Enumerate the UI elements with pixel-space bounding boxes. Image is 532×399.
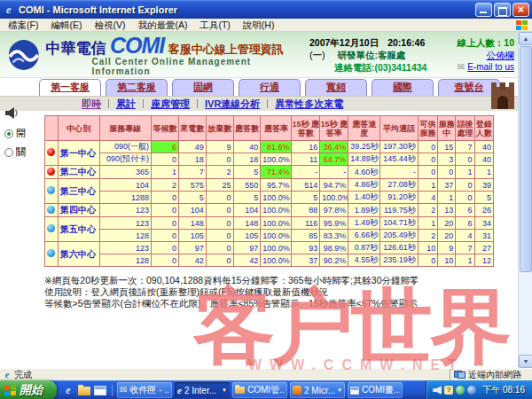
subnav-link[interactable]: 即時 <box>74 98 108 111</box>
nav-tab[interactable]: 第二客服 <box>106 79 168 96</box>
stat-cell: 11 <box>292 153 320 166</box>
date-text: 2007年12月10日 <box>309 36 379 49</box>
stat-cell: 4.60秒 <box>348 166 380 179</box>
stat-cell: 2 <box>152 179 179 192</box>
scrollbar-thumb[interactable] <box>520 46 532 272</box>
stat-cell: 40 <box>474 141 493 153</box>
stat-cell: 1 <box>152 166 179 179</box>
stat-cell: 0 <box>206 230 233 242</box>
close-button[interactable]: × <box>512 3 529 17</box>
vertical-scrollbar[interactable]: ▲ ▼ <box>518 32 532 368</box>
start-button[interactable]: 開始 <box>0 380 57 399</box>
stat-cell: 9 <box>438 242 456 254</box>
scroll-down-arrow-icon[interactable]: ▼ <box>519 355 532 368</box>
sound-off-option[interactable]: 關 <box>4 145 40 159</box>
taskbar-button[interactable]: e2 Inter...▼ <box>175 382 230 398</box>
nav-tab[interactable]: 寬頻 <box>305 79 367 96</box>
menu-item[interactable]: 檔案(F) <box>2 19 44 32</box>
volume-icon[interactable] <box>433 386 442 395</box>
col-header <box>45 116 59 141</box>
stat-cell: 13 <box>438 204 456 217</box>
nav-tab[interactable]: 固網 <box>172 79 234 96</box>
radio-off-icon[interactable] <box>4 148 13 157</box>
stat-cell: 0 <box>206 254 233 267</box>
menu-item[interactable]: 說明(H) <box>237 19 281 32</box>
stat-cell: 4 <box>418 192 437 204</box>
col-header: 等候數 <box>152 116 179 141</box>
stat-cell: 12 <box>474 254 493 267</box>
folder-quicklaunch-icon[interactable] <box>78 387 90 395</box>
taskbar-button[interactable]: COMI畫... <box>348 382 403 398</box>
stat-cell: 5 <box>474 192 493 204</box>
menu-item[interactable]: 檢視(V) <box>88 19 131 32</box>
status-dot-red-icon <box>47 168 55 176</box>
stat-cell: 0 <box>206 204 233 217</box>
stat-cell: 1 <box>438 192 456 204</box>
stat-cell: - <box>292 166 320 179</box>
nav-tab[interactable]: 行通 <box>239 79 301 96</box>
subnav-link[interactable]: IVR連線分析 <box>198 98 267 111</box>
stat-cell: 37 <box>292 254 320 267</box>
stat-cell: 6 <box>456 204 474 217</box>
window-titlebar[interactable]: e COMI - Microsoft Internet Explorer × <box>0 0 532 19</box>
network-tray-icon[interactable] <box>456 386 465 395</box>
menu-item[interactable]: 編輯(E) <box>44 19 88 32</box>
table-row: 128042042100.0%3790.2%4.55秒235.19秒010112 <box>45 254 494 267</box>
stat-cell: 0 <box>456 179 474 192</box>
brand-block: 中華電信 COMI 客服中心線上管理資訊 Call Center Online … <box>0 33 309 76</box>
stat-cell: 1.49秒 <box>348 217 380 230</box>
stat-cell: 0 <box>418 141 437 153</box>
messenger-icon[interactable] <box>467 386 476 395</box>
subnav-link[interactable]: 累計 <box>109 98 143 111</box>
stat-cell: 39.25秒 <box>348 141 380 153</box>
stat-cell: 100.0% <box>261 192 292 204</box>
taskbar-button-label: 2 Inter... <box>184 386 216 395</box>
stat-cell: 0 <box>152 153 179 166</box>
menu-item[interactable]: 工具(T) <box>193 19 236 32</box>
help-tray-icon[interactable]: ? <box>444 386 453 395</box>
show-desktop-icon[interactable] <box>94 386 106 395</box>
subnav-link[interactable]: 異常性多次來電 <box>268 98 350 111</box>
radio-on-icon[interactable] <box>4 129 13 138</box>
status-dot-red-icon <box>47 148 55 156</box>
status-dot-cell <box>45 179 59 204</box>
nav-tab[interactable]: 第一客服 <box>39 79 101 96</box>
sound-on-option[interactable]: 開 <box>4 127 40 140</box>
taskbar-button[interactable]: ✉收件匣 - ... <box>117 382 172 398</box>
stat-cell: 15 <box>438 141 456 153</box>
col-header: 放棄數 <box>206 116 233 141</box>
ie-icon: e <box>177 386 182 395</box>
bulletin-link[interactable]: 公佈欄 <box>487 49 515 61</box>
ie-quicklaunch-icon[interactable]: e <box>62 385 74 396</box>
stat-cell: 104 <box>99 179 151 192</box>
stat-cell: 7 <box>178 166 206 179</box>
desktop-screen: e COMI - Microsoft Internet Explorer × 檔… <box>0 0 532 399</box>
taskbar-button[interactable]: 2 Micr...▼ <box>290 382 345 398</box>
menu-item[interactable]: 我的最愛(A) <box>131 19 193 32</box>
email-link[interactable]: E-mail to us <box>467 61 514 74</box>
window-icon <box>350 387 359 395</box>
brand-text: 中華電信 COMI 客服中心線上管理資訊 Call Center Online … <box>46 33 309 76</box>
stat-cell: 1 <box>474 166 493 179</box>
stat-cell: 85 <box>292 230 320 242</box>
stat-cell: 42 <box>178 254 206 267</box>
header-row: 中心別服務專線等候數來電數放棄數應答數應答率15秒 應答數15秒 應答率應答速度… <box>45 116 494 141</box>
center-name: 第四中心 <box>58 204 99 217</box>
header-info: 2007年12月10日 20:16:46 線上人數：10 (一) 研發單位:客服… <box>309 36 518 74</box>
col-header: 話後 處理 <box>456 116 474 141</box>
minimize-button[interactable] <box>475 3 492 17</box>
folder-icon <box>235 387 245 394</box>
nav-tab[interactable]: 國際 <box>372 79 434 96</box>
restore-button[interactable] <box>494 3 511 17</box>
subnav-link[interactable]: 座席管理 <box>144 98 197 111</box>
taskbar-button[interactable]: COMI管... <box>232 382 287 398</box>
start-label: 開始 <box>20 380 43 399</box>
taskbar-clock: 下午 08:16 <box>482 384 525 396</box>
scroll-up-arrow-icon[interactable]: ▲ <box>519 32 532 45</box>
stat-cell: 123 <box>99 242 151 254</box>
time-text: 20:16:46 <box>387 36 425 49</box>
weekday-text: (一) <box>309 49 325 61</box>
taskbar-button-label: 收件匣 - ... <box>129 384 169 396</box>
col-header: 登錄 人數 <box>474 116 493 141</box>
stat-cell: 31 <box>474 230 493 242</box>
